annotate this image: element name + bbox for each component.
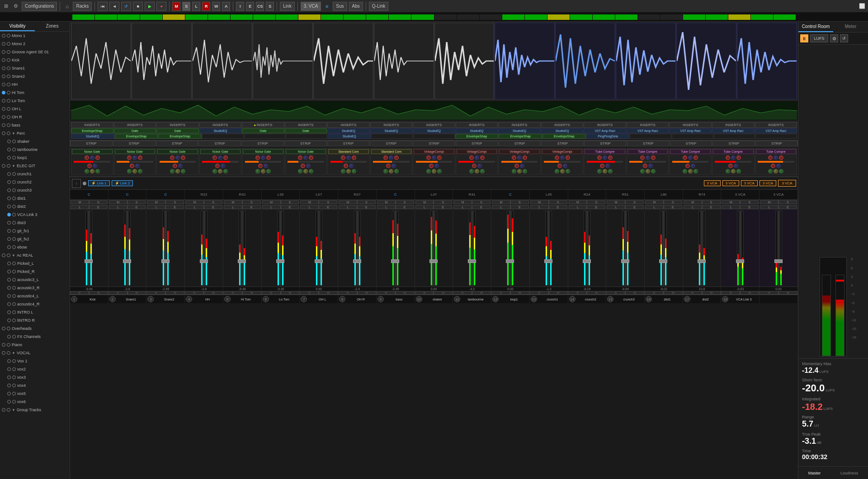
- fader-handle-12[interactable]: [544, 259, 552, 263]
- mute-btn-9[interactable]: M: [415, 200, 434, 204]
- rw-W-10[interactable]: W: [472, 291, 491, 295]
- track-item-FX_Channels[interactable]: FX Channels: [0, 333, 70, 341]
- knob[interactable]: [774, 155, 778, 160]
- configurations-btn[interactable]: Configurations: [22, 2, 57, 11]
- knob[interactable]: [261, 169, 265, 174]
- solo-btn-4[interactable]: S: [242, 200, 261, 204]
- rw-R-3[interactable]: R: [185, 291, 204, 295]
- back-btn[interactable]: ◄: [109, 2, 119, 11]
- link2-btn[interactable]: ⚡ Link 2: [112, 180, 133, 186]
- rw-W-14[interactable]: W: [625, 291, 644, 295]
- eq-btn[interactable]: E: [246, 2, 254, 11]
- fader-handle-2[interactable]: [161, 259, 170, 263]
- vca1-btn[interactable]: 3 VCA: [704, 180, 721, 186]
- knob[interactable]: [640, 169, 645, 174]
- track-item-crunch1[interactable]: crunch1: [0, 170, 70, 178]
- insert-plugin-7[interactable]: StudioEQ: [370, 128, 413, 133]
- rw-W-17[interactable]: W: [740, 291, 759, 295]
- loudness-tab[interactable]: Loudness: [840, 471, 858, 475]
- mode-m-btn[interactable]: M: [172, 2, 180, 11]
- knob[interactable]: [731, 169, 736, 174]
- control-room-tab[interactable]: Control Room: [798, 22, 833, 32]
- vca4-btn[interactable]: 3 VCA: [760, 180, 776, 186]
- rw-W-9[interactable]: W: [434, 291, 453, 295]
- rw-W-4[interactable]: W: [242, 291, 261, 295]
- rw-R-8[interactable]: R: [377, 291, 396, 295]
- rw-R-14[interactable]: R: [606, 291, 625, 295]
- mute-btn-2[interactable]: M: [147, 200, 165, 204]
- stop-btn[interactable]: ■: [133, 2, 143, 11]
- mute-btn-12[interactable]: M: [530, 200, 549, 204]
- rw-R-13[interactable]: R: [568, 291, 587, 295]
- knob[interactable]: [771, 164, 775, 168]
- track-item-vox4[interactable]: vox4: [0, 381, 70, 390]
- fader-handle-5[interactable]: [276, 259, 284, 263]
- home-icon[interactable]: ⌂: [63, 2, 71, 10]
- rw-W-6[interactable]: W: [319, 291, 338, 295]
- knob[interactable]: [472, 164, 476, 168]
- knob[interactable]: [303, 155, 308, 160]
- fader-handle-8[interactable]: [391, 259, 399, 263]
- mute-btn-15[interactable]: M: [645, 200, 664, 204]
- knob[interactable]: [437, 155, 442, 160]
- fader-handle-14[interactable]: [621, 259, 629, 263]
- knob[interactable]: [215, 164, 220, 168]
- knob[interactable]: [261, 155, 265, 160]
- rw-W-18[interactable]: W: [778, 291, 797, 295]
- track-item-OH_L[interactable]: OH L: [0, 105, 70, 113]
- solo-btn-7[interactable]: S: [357, 200, 376, 204]
- knob[interactable]: [693, 155, 698, 160]
- fader-handle-13[interactable]: [583, 259, 591, 263]
- mute-btn-8[interactable]: M: [377, 200, 396, 204]
- track-item-Snare2[interactable]: Snare2: [0, 72, 70, 80]
- insert-plugin-1[interactable]: EnvelopeShap: [115, 134, 158, 139]
- qlink-btn[interactable]: Q-Link: [369, 2, 388, 11]
- strip-plugin-name[interactable]: VintageCompi: [542, 149, 583, 154]
- visibility-tab[interactable]: Visibility: [0, 22, 35, 31]
- link-btn-0[interactable]: L: [71, 205, 89, 209]
- knob[interactable]: [175, 155, 180, 160]
- rw-R-4[interactable]: R: [223, 291, 242, 295]
- sends-btn[interactable]: S: [266, 2, 274, 11]
- knob[interactable]: [341, 155, 345, 160]
- fader-handle-4[interactable]: [238, 259, 246, 263]
- mute-btn-13[interactable]: M: [569, 200, 587, 204]
- strip-plugin-name[interactable]: Noise Gate: [243, 149, 283, 154]
- eq-btn-0[interactable]: E: [89, 205, 108, 209]
- vca2-btn[interactable]: 3 VCA: [722, 180, 739, 186]
- master-tab[interactable]: Master: [808, 471, 821, 475]
- mute-btn-14[interactable]: M: [607, 200, 625, 204]
- link-btn-8[interactable]: L: [377, 205, 396, 209]
- knob[interactable]: [643, 164, 647, 168]
- knob[interactable]: [648, 164, 653, 168]
- track-item-HH[interactable]: HH: [0, 80, 70, 89]
- link-btn-13[interactable]: L: [569, 205, 587, 209]
- track-item-lINTRO_R[interactable]: lINTRO R: [0, 316, 70, 324]
- solo-btn-14[interactable]: S: [625, 200, 644, 204]
- eq-btn-18[interactable]: E: [778, 205, 797, 209]
- settings2-btn[interactable]: ⚙: [830, 34, 838, 42]
- insert-plugin-8[interactable]: StudioEQ: [413, 128, 455, 133]
- link-btn-3[interactable]: L: [185, 205, 204, 209]
- mute-btn-16[interactable]: M: [684, 200, 702, 204]
- knob[interactable]: [138, 155, 142, 160]
- track-item-crunch3[interactable]: crunch3: [0, 186, 70, 194]
- link-btn-2[interactable]: L: [147, 205, 165, 209]
- knob[interactable]: [138, 169, 142, 174]
- knob[interactable]: [341, 169, 345, 174]
- eq-btn-17[interactable]: E: [740, 205, 759, 209]
- solo-btn-12[interactable]: S: [549, 200, 567, 204]
- rw-R-18[interactable]: R: [760, 291, 778, 295]
- knob[interactable]: [728, 164, 733, 168]
- link-btn-6[interactable]: L: [300, 205, 319, 209]
- track-item-Hi_Tom[interactable]: Hi Tom: [0, 89, 70, 97]
- mute-btn-11[interactable]: M: [492, 200, 510, 204]
- solo-btn-13[interactable]: S: [587, 200, 605, 204]
- rw-W-12[interactable]: W: [549, 291, 568, 295]
- knob[interactable]: [346, 155, 351, 160]
- solo-btn-5[interactable]: S: [281, 200, 299, 204]
- insert-plugin-2[interactable]: EnvelopeShap: [158, 134, 202, 139]
- solo-btn-1[interactable]: S: [127, 200, 146, 204]
- strip-plugin-name[interactable]: Noise Gate: [157, 149, 198, 154]
- link-btn-16[interactable]: L: [684, 205, 702, 209]
